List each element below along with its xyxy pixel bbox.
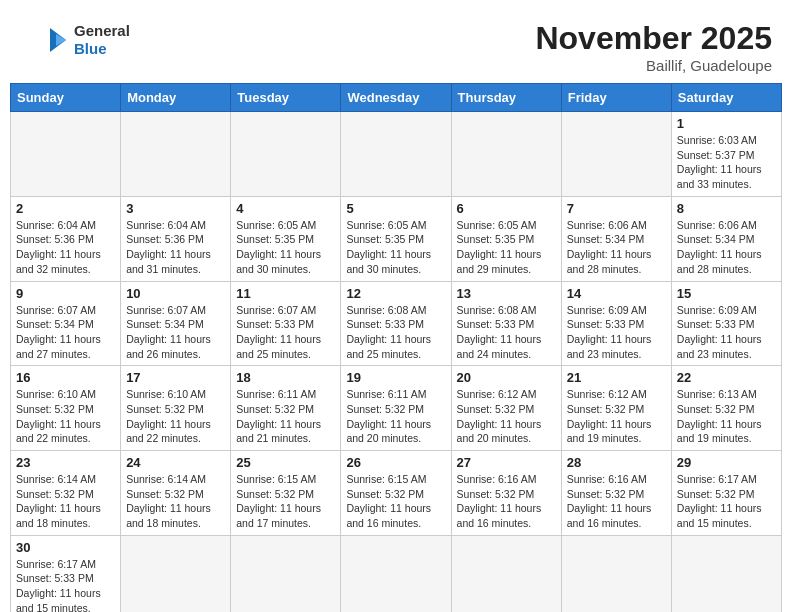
calendar-cell: 20Sunrise: 6:12 AMSunset: 5:32 PMDayligh…: [451, 366, 561, 451]
day-info: Sunrise: 6:10 AMSunset: 5:32 PMDaylight:…: [126, 387, 225, 446]
day-number: 29: [677, 455, 776, 470]
day-info: Sunrise: 6:07 AMSunset: 5:34 PMDaylight:…: [126, 303, 225, 362]
day-number: 11: [236, 286, 335, 301]
day-number: 28: [567, 455, 666, 470]
calendar-cell: 3Sunrise: 6:04 AMSunset: 5:36 PMDaylight…: [121, 196, 231, 281]
calendar-cell: 28Sunrise: 6:16 AMSunset: 5:32 PMDayligh…: [561, 451, 671, 536]
calendar-cell: 10Sunrise: 6:07 AMSunset: 5:34 PMDayligh…: [121, 281, 231, 366]
calendar-cell: 11Sunrise: 6:07 AMSunset: 5:33 PMDayligh…: [231, 281, 341, 366]
calendar-cell: 5Sunrise: 6:05 AMSunset: 5:35 PMDaylight…: [341, 196, 451, 281]
calendar-cell: [11, 112, 121, 197]
day-number: 22: [677, 370, 776, 385]
weekday-header-monday: Monday: [121, 84, 231, 112]
day-number: 26: [346, 455, 445, 470]
calendar-cell: [561, 112, 671, 197]
week-row-4: 16Sunrise: 6:10 AMSunset: 5:32 PMDayligh…: [11, 366, 782, 451]
day-number: 19: [346, 370, 445, 385]
day-number: 12: [346, 286, 445, 301]
day-info: Sunrise: 6:17 AMSunset: 5:33 PMDaylight:…: [16, 557, 115, 612]
day-number: 9: [16, 286, 115, 301]
calendar-cell: 9Sunrise: 6:07 AMSunset: 5:34 PMDaylight…: [11, 281, 121, 366]
day-info: Sunrise: 6:16 AMSunset: 5:32 PMDaylight:…: [457, 472, 556, 531]
day-number: 6: [457, 201, 556, 216]
day-info: Sunrise: 6:15 AMSunset: 5:32 PMDaylight:…: [346, 472, 445, 531]
day-info: Sunrise: 6:16 AMSunset: 5:32 PMDaylight:…: [567, 472, 666, 531]
calendar-cell: 17Sunrise: 6:10 AMSunset: 5:32 PMDayligh…: [121, 366, 231, 451]
weekday-header-sunday: Sunday: [11, 84, 121, 112]
weekday-header-thursday: Thursday: [451, 84, 561, 112]
day-number: 20: [457, 370, 556, 385]
calendar-cell: 30Sunrise: 6:17 AMSunset: 5:33 PMDayligh…: [11, 535, 121, 612]
calendar-cell: 8Sunrise: 6:06 AMSunset: 5:34 PMDaylight…: [671, 196, 781, 281]
day-info: Sunrise: 6:10 AMSunset: 5:32 PMDaylight:…: [16, 387, 115, 446]
day-number: 30: [16, 540, 115, 555]
calendar-cell: 27Sunrise: 6:16 AMSunset: 5:32 PMDayligh…: [451, 451, 561, 536]
day-number: 24: [126, 455, 225, 470]
day-number: 2: [16, 201, 115, 216]
day-info: Sunrise: 6:09 AMSunset: 5:33 PMDaylight:…: [677, 303, 776, 362]
day-info: Sunrise: 6:08 AMSunset: 5:33 PMDaylight:…: [346, 303, 445, 362]
logo-blue-text: Blue: [74, 40, 107, 57]
day-info: Sunrise: 6:04 AMSunset: 5:36 PMDaylight:…: [126, 218, 225, 277]
calendar-cell: 13Sunrise: 6:08 AMSunset: 5:33 PMDayligh…: [451, 281, 561, 366]
day-info: Sunrise: 6:13 AMSunset: 5:32 PMDaylight:…: [677, 387, 776, 446]
day-info: Sunrise: 6:05 AMSunset: 5:35 PMDaylight:…: [346, 218, 445, 277]
day-number: 21: [567, 370, 666, 385]
calendar-cell: 23Sunrise: 6:14 AMSunset: 5:32 PMDayligh…: [11, 451, 121, 536]
calendar-cell: 1Sunrise: 6:03 AMSunset: 5:37 PMDaylight…: [671, 112, 781, 197]
logo: General Blue: [20, 20, 130, 60]
calendar-cell: 4Sunrise: 6:05 AMSunset: 5:35 PMDaylight…: [231, 196, 341, 281]
week-row-5: 23Sunrise: 6:14 AMSunset: 5:32 PMDayligh…: [11, 451, 782, 536]
calendar-cell: [121, 535, 231, 612]
day-number: 13: [457, 286, 556, 301]
calendar-cell: 16Sunrise: 6:10 AMSunset: 5:32 PMDayligh…: [11, 366, 121, 451]
calendar-cell: [671, 535, 781, 612]
day-number: 14: [567, 286, 666, 301]
day-number: 8: [677, 201, 776, 216]
day-info: Sunrise: 6:14 AMSunset: 5:32 PMDaylight:…: [16, 472, 115, 531]
day-info: Sunrise: 6:11 AMSunset: 5:32 PMDaylight:…: [236, 387, 335, 446]
day-info: Sunrise: 6:11 AMSunset: 5:32 PMDaylight:…: [346, 387, 445, 446]
day-info: Sunrise: 6:07 AMSunset: 5:34 PMDaylight:…: [16, 303, 115, 362]
day-info: Sunrise: 6:06 AMSunset: 5:34 PMDaylight:…: [567, 218, 666, 277]
day-info: Sunrise: 6:03 AMSunset: 5:37 PMDaylight:…: [677, 133, 776, 192]
calendar-cell: [341, 535, 451, 612]
generalblue-logo-icon: [20, 20, 70, 60]
calendar-cell: [121, 112, 231, 197]
calendar-cell: 7Sunrise: 6:06 AMSunset: 5:34 PMDaylight…: [561, 196, 671, 281]
title-block: November 2025 Baillif, Guadeloupe: [535, 20, 772, 74]
calendar-table: SundayMondayTuesdayWednesdayThursdayFrid…: [10, 83, 782, 612]
day-info: Sunrise: 6:05 AMSunset: 5:35 PMDaylight:…: [236, 218, 335, 277]
calendar-cell: [561, 535, 671, 612]
calendar-cell: 29Sunrise: 6:17 AMSunset: 5:32 PMDayligh…: [671, 451, 781, 536]
day-info: Sunrise: 6:05 AMSunset: 5:35 PMDaylight:…: [457, 218, 556, 277]
day-number: 3: [126, 201, 225, 216]
calendar-cell: 26Sunrise: 6:15 AMSunset: 5:32 PMDayligh…: [341, 451, 451, 536]
day-number: 27: [457, 455, 556, 470]
day-number: 5: [346, 201, 445, 216]
calendar-cell: [231, 112, 341, 197]
day-number: 4: [236, 201, 335, 216]
calendar-cell: 24Sunrise: 6:14 AMSunset: 5:32 PMDayligh…: [121, 451, 231, 536]
day-info: Sunrise: 6:15 AMSunset: 5:32 PMDaylight:…: [236, 472, 335, 531]
day-number: 1: [677, 116, 776, 131]
week-row-6: 30Sunrise: 6:17 AMSunset: 5:33 PMDayligh…: [11, 535, 782, 612]
day-number: 18: [236, 370, 335, 385]
week-row-1: 1Sunrise: 6:03 AMSunset: 5:37 PMDaylight…: [11, 112, 782, 197]
day-info: Sunrise: 6:14 AMSunset: 5:32 PMDaylight:…: [126, 472, 225, 531]
day-info: Sunrise: 6:17 AMSunset: 5:32 PMDaylight:…: [677, 472, 776, 531]
day-info: Sunrise: 6:06 AMSunset: 5:34 PMDaylight:…: [677, 218, 776, 277]
day-number: 10: [126, 286, 225, 301]
calendar-cell: 12Sunrise: 6:08 AMSunset: 5:33 PMDayligh…: [341, 281, 451, 366]
calendar-cell: 19Sunrise: 6:11 AMSunset: 5:32 PMDayligh…: [341, 366, 451, 451]
day-info: Sunrise: 6:12 AMSunset: 5:32 PMDaylight:…: [457, 387, 556, 446]
calendar-cell: [451, 112, 561, 197]
day-number: 16: [16, 370, 115, 385]
day-number: 7: [567, 201, 666, 216]
weekday-header-saturday: Saturday: [671, 84, 781, 112]
calendar-cell: 21Sunrise: 6:12 AMSunset: 5:32 PMDayligh…: [561, 366, 671, 451]
calendar-cell: [451, 535, 561, 612]
logo-general-text: General: [74, 22, 130, 39]
day-number: 17: [126, 370, 225, 385]
day-number: 15: [677, 286, 776, 301]
